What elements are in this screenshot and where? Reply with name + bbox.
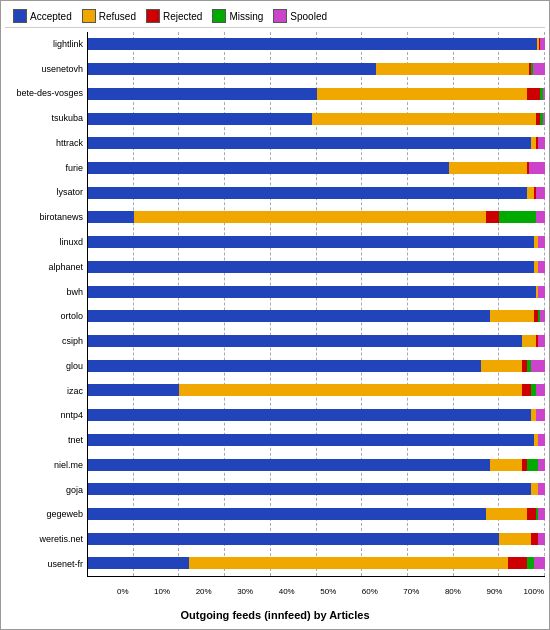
bar-segment-accepted [88,434,534,446]
y-label: ortolo [5,312,83,321]
bar-segment-spooled [538,137,545,149]
bar-segment-spooled [536,409,545,421]
bar-segment-refused [527,187,534,199]
bar-segment-spooled [534,557,545,569]
bar-segment-accepted [88,137,531,149]
bar-segment-spooled [533,63,545,75]
bar-row: 25982239 [88,62,545,76]
y-label: bete-des-vosges [5,89,83,98]
chart-title: Outgoing feeds (innfeed) by Articles [5,607,545,625]
x-axis-label: 60% [337,587,379,596]
y-label: tsukuba [5,114,83,123]
bar-row: 6436346 [88,260,545,274]
x-axis-label: 90% [462,587,504,596]
bar-segment-missing [527,459,538,471]
bar-segment-spooled [543,113,545,125]
bar-row: 5369194 [88,482,545,496]
y-label: csiph [5,337,83,346]
bar-row: 1898194 [88,458,545,472]
bar-segment-accepted [88,310,490,322]
bar-row: 2503270 [88,309,545,323]
legend-color [13,9,27,23]
legend-item: Spooled [273,9,327,23]
bar-segment-refused [317,88,527,100]
bar-segment-spooled [538,434,545,446]
bar-row: 6505961 [88,136,545,150]
bar-segment-refused [499,533,531,545]
y-label: furie [5,164,83,173]
bar-segment-spooled [538,483,545,495]
bar-segment-refused [312,113,536,125]
legend-color [212,9,226,23]
bar-row: 558435 [88,210,545,224]
x-axis-label: 40% [254,587,296,596]
legend-item: Missing [212,9,263,23]
bar-row: 1876184 [88,507,545,521]
bar-segment-accepted [88,286,536,298]
y-label: alphanet [5,263,83,272]
bar-segment-accepted [88,88,317,100]
bar-segment-accepted [88,211,134,223]
bar-segment-accepted [88,384,179,396]
bar-row: 6610332 [88,285,545,299]
bar-segment-accepted [88,409,531,421]
bar-row: 912214 [88,383,545,397]
bar-segment-spooled [538,236,545,248]
legend-label: Accepted [30,11,72,22]
y-label: izac [5,387,83,396]
y-label: gegeweb [5,510,83,519]
bar-segment-accepted [88,459,490,471]
legend-label: Rejected [163,11,202,22]
chart-container: AcceptedRefusedRejectedMissingSpooled li… [0,0,550,630]
x-axis-label: 100% [503,587,545,596]
bar-segment-accepted [88,63,376,75]
bar-segment-spooled [538,508,545,520]
bar-row: 5255254 [88,334,545,348]
y-label: tnet [5,436,83,445]
bar-segment-accepted [88,483,531,495]
bar-segment-refused [490,310,533,322]
bar-segment-refused [376,63,529,75]
bar-segment-rejected [527,88,541,100]
bar-segment-refused [449,162,527,174]
bar-segment-accepted [88,533,499,545]
bar-segment-spooled [538,459,545,471]
legend: AcceptedRefusedRejectedMissingSpooled [5,5,545,28]
chart-area: lightlinkusenetovhbete-des-vosgestsukuba… [5,28,545,607]
bar-row: 6603203 [88,433,545,447]
y-label: usenet-fr [5,560,83,569]
bar-row: 3341183 [88,532,545,546]
bar-segment-refused [481,360,522,372]
x-axis-labels: 0%10%20%30%40%50%60%70%80%90%100% [88,587,545,596]
y-label: weretis.net [5,535,83,544]
bar-segment-rejected [522,384,531,396]
legend-label: Refused [99,11,136,22]
x-axis-label: 50% [296,587,338,596]
bar-segment-spooled [536,211,545,223]
bar-segment-refused [189,557,509,569]
bar-segment-spooled [538,286,545,298]
bar-segment-refused [134,211,486,223]
bar-segment-accepted [88,261,534,273]
bar-segment-refused [486,508,527,520]
bar-segment-rejected [486,211,500,223]
legend-item: Rejected [146,9,202,23]
x-axis-label: 70% [379,587,421,596]
bar-row: 6450206 [88,408,545,422]
bar-segment-refused [179,384,522,396]
y-label: nntp4 [5,411,83,420]
legend-color [146,9,160,23]
bar-segment-spooled [538,261,545,273]
bar-segment-missing [527,557,534,569]
legend-color [82,9,96,23]
y-label: birotanews [5,213,83,222]
bar-segment-refused [531,483,538,495]
bar-segment-accepted [88,335,522,347]
bar-segment-accepted [88,557,189,569]
y-label: usenetovh [5,65,83,74]
bar-segment-refused [490,459,522,471]
bar-segment-accepted [88,162,449,174]
bar-segment-spooled [540,38,545,50]
bar-segment-spooled [531,360,545,372]
bar-row: 5933616 [88,186,545,200]
